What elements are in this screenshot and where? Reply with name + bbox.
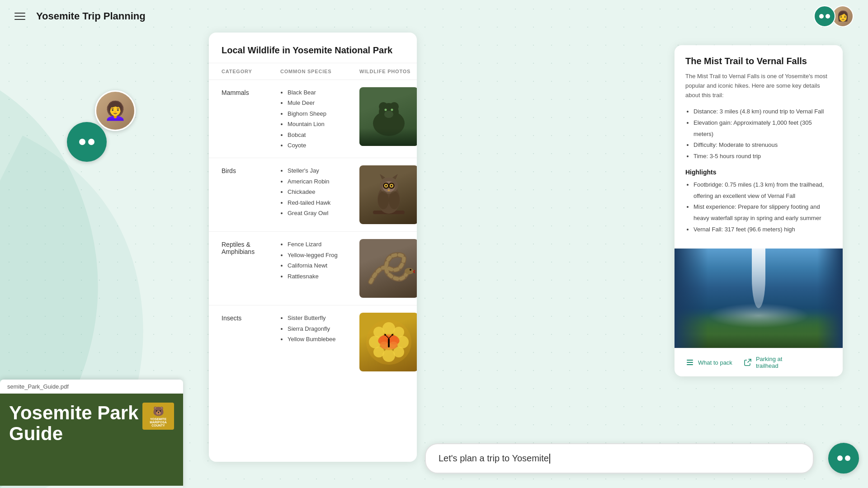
pdf-card[interactable]: semite_Park_Guide.pdf 🐻 YOSEMITEMARIPOSA… xyxy=(0,380,183,488)
menu-button[interactable] xyxy=(14,9,29,23)
table-column-headers: CATEGORY COMMON SPECIES WILDLIFE PHOTOS xyxy=(209,63,417,80)
svg-point-4 xyxy=(384,111,393,118)
svg-point-16 xyxy=(391,185,392,187)
svg-point-25 xyxy=(382,322,395,335)
table-row: Birds Steller's Jay American Robin Chick… xyxy=(209,158,417,232)
pdf-logo: 🐻 YOSEMITEMARIPOSACOUNTY xyxy=(142,403,174,430)
svg-rect-45 xyxy=(687,364,693,365)
table-header: Local Wildlife in Yosemite National Park xyxy=(209,33,417,63)
table-body: Mammals Black Bear Mule Deer Bighorn She… xyxy=(209,80,417,460)
trail-highlights: Footbridge: 0.75 miles (1.3 km) from the… xyxy=(685,179,832,235)
pdf-filename: semite_Park_Guide.pdf xyxy=(0,380,183,394)
butterfly-photo xyxy=(359,313,417,371)
owl-photo xyxy=(359,165,417,224)
svg-point-41 xyxy=(384,334,386,336)
trail-footer: What to pack Parking attrailhead xyxy=(675,348,843,376)
col-photos: WILDLIFE PHOTOS xyxy=(359,69,417,74)
species-list-mammals: Black Bear Mule Deer Bighorn Sheep Mount… xyxy=(280,87,359,150)
what-to-pack-label: What to pack xyxy=(698,359,732,366)
floating-bot-avatar xyxy=(67,122,107,162)
what-to-pack-link[interactable]: What to pack xyxy=(685,356,732,369)
trail-photo xyxy=(675,249,843,348)
svg-rect-43 xyxy=(687,360,693,361)
svg-point-42 xyxy=(392,334,393,336)
highlights-title: Highlights xyxy=(685,169,832,176)
table-row: Mammals Black Bear Mule Deer Bighorn She… xyxy=(209,80,417,158)
text-cursor xyxy=(549,454,550,464)
pdf-cover: 🐻 YOSEMITEMARIPOSACOUNTY Yosemite Park G… xyxy=(0,394,183,486)
table-row: Insects Sister Butterfly Sierra Dragonfl… xyxy=(209,305,417,379)
svg-point-6 xyxy=(391,109,393,111)
chat-input-text: Let's plan a trip to Yosemite xyxy=(439,453,549,464)
link-icon xyxy=(743,358,752,367)
wildlife-table-card: Local Wildlife in Yosemite National Park… xyxy=(209,33,417,462)
category-mammals: Mammals xyxy=(222,87,280,96)
svg-point-26 xyxy=(382,349,395,362)
category-reptiles: Reptiles &Amphibians xyxy=(222,239,280,255)
col-category: CATEGORY xyxy=(222,69,280,74)
svg-rect-38 xyxy=(388,338,390,347)
chat-input-container: Let's plan a trip to Yosemite xyxy=(425,443,814,474)
svg-rect-44 xyxy=(687,362,693,363)
chat-send-button[interactable] xyxy=(828,443,859,474)
svg-point-5 xyxy=(385,109,387,111)
header: Yosemite Trip Planning 👩 xyxy=(0,0,868,33)
svg-point-22 xyxy=(405,268,414,274)
trail-card: The Mist Trail to Vernal Falls The Mist … xyxy=(675,45,843,376)
bear-photo xyxy=(359,87,417,146)
trail-description: The Mist Trail to Vernal Falls is one of… xyxy=(685,72,832,100)
svg-marker-19 xyxy=(392,174,398,179)
svg-line-46 xyxy=(748,359,751,362)
parking-label: Parking attrailhead xyxy=(756,356,783,369)
chat-input-box[interactable]: Let's plan a trip to Yosemite xyxy=(425,443,814,474)
species-list-birds: Steller's Jay American Robin Chickadee R… xyxy=(280,165,359,218)
list-icon xyxy=(685,358,694,367)
trail-title: The Mist Trail to Vernal Falls xyxy=(685,56,832,66)
svg-point-15 xyxy=(385,185,387,187)
col-species: COMMON SPECIES xyxy=(280,69,359,74)
floating-user-avatar: 👩‍🦱 xyxy=(95,90,136,131)
parking-link[interactable]: Parking attrailhead xyxy=(743,356,783,369)
table-row: Reptiles &Amphibians Fence Lizard Yellow… xyxy=(209,232,417,305)
trail-card-content: The Mist Trail to Vernal Falls The Mist … xyxy=(675,45,843,249)
bear-icon: 🐻 xyxy=(153,406,164,417)
svg-point-20 xyxy=(378,191,389,209)
table-title: Local Wildlife in Yosemite National Park xyxy=(222,45,404,56)
trail-details: Distance: 3 miles (4.8 km) round trip to… xyxy=(685,106,832,162)
category-insects: Insects xyxy=(222,313,280,322)
app-title: Yosemite Trip Planning xyxy=(36,10,146,22)
svg-marker-18 xyxy=(380,174,385,179)
species-list-insects: Sister Butterfly Sierra Dragonfly Yellow… xyxy=(280,313,359,344)
pdf-logo-text: YOSEMITEMARIPOSACOUNTY xyxy=(150,418,167,427)
snake-photo xyxy=(359,239,417,298)
header-avatars: 👩 xyxy=(814,5,854,27)
bot-avatar xyxy=(814,5,835,27)
category-birds: Birds xyxy=(222,165,280,174)
svg-point-23 xyxy=(410,269,411,271)
svg-point-21 xyxy=(389,191,400,209)
species-list-reptiles: Fence Lizard Yellow-legged Frog Californ… xyxy=(280,239,359,282)
